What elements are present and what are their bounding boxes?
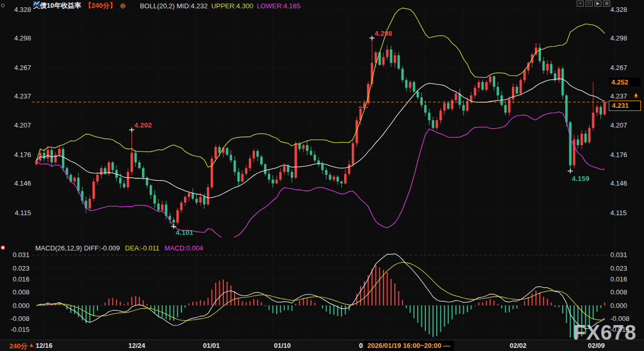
- macd-pane-marker-icon[interactable]: [1, 245, 5, 250]
- popout-tool-icon[interactable]: ⊞: [603, 1, 610, 7]
- y-axis-tick: 0.016: [12, 275, 30, 283]
- chart-toolbar: + □ ▶ ⊞: [577, 1, 610, 7]
- y-axis-tick: 0.008: [12, 288, 30, 296]
- y-axis-tick: 0.008: [610, 288, 627, 296]
- session-high-price-badge: 4.252: [609, 78, 641, 87]
- x-axis-label: 01/10: [274, 342, 291, 349]
- y-axis-tick: 4.207: [14, 121, 31, 129]
- y-axis-tick: 0.023: [610, 264, 627, 272]
- y-axis-tick: -0.015: [10, 326, 30, 333]
- chart-canvas[interactable]: 4.3284.3284.2984.2984.2674.2674.2374.237…: [0, 0, 644, 351]
- y-axis-tick: 4.328: [610, 6, 627, 13]
- y-axis-tick: 0.031: [12, 251, 30, 259]
- footer-interval-label[interactable]: 240分: [9, 342, 27, 351]
- instrument-title: 美债10年收益率: [33, 1, 81, 10]
- mini-chart-icon[interactable]: [130, 3, 136, 9]
- y-axis-tick: 4.237: [14, 92, 31, 100]
- y-axis-tick: 4.115: [610, 209, 627, 217]
- macd-dea-line: [36, 262, 605, 320]
- y-axis-tick: 4.176: [610, 151, 627, 159]
- x-axis-label: 02/09: [588, 342, 605, 349]
- price-annotation-high: 4.202: [134, 121, 152, 129]
- chart-window: 4.3284.3284.2984.2984.2674.2674.2374.237…: [0, 0, 644, 351]
- x-axis-label: 01/01: [203, 342, 220, 349]
- y-axis-tick: 4.298: [14, 34, 31, 42]
- y-axis-tick: 4.237: [610, 92, 627, 100]
- footer-up-arrow-icon[interactable]: ▲: [28, 342, 34, 348]
- x-axis-label: 02/02: [510, 342, 527, 349]
- price-annotation-low: 4.101: [176, 229, 193, 236]
- x-axis-label: 12/24: [128, 342, 146, 349]
- y-axis-tick: 0.000: [610, 302, 627, 310]
- crosshair-tool-icon[interactable]: +: [577, 1, 584, 7]
- y-axis-tick: 0.000: [12, 302, 30, 310]
- interval-tag: 【240分】: [84, 1, 116, 10]
- boll-upper-line: [36, 8, 605, 167]
- grid-layer: [32, 4, 616, 338]
- macd-diff-line: [36, 254, 605, 329]
- y-axis-tick: 0.023: [12, 264, 30, 272]
- price-annotation-low: 4.159: [572, 175, 590, 182]
- price-up-arrow-icon: ▲: [633, 92, 639, 97]
- y-axis-tick: 0.031: [610, 251, 627, 259]
- current-price-badge: 4.231: [609, 101, 641, 111]
- y-axis-tick: 4.115: [15, 209, 31, 217]
- macd-diff-label: MACD(26,12,9) DIFF:-0.009: [35, 244, 120, 252]
- macd-value-label: MACD:0.004: [165, 244, 203, 252]
- y-axis-tick: 4.328: [14, 6, 31, 13]
- y-axis-tick: 4.146: [14, 179, 31, 187]
- y-axis-tick: 4.176: [14, 151, 31, 159]
- zoom-area-tool-icon[interactable]: □: [585, 1, 593, 7]
- y-axis-tick: -0.008: [10, 315, 30, 322]
- y-axis-tick: 0.016: [610, 275, 627, 283]
- chart-header: 美债10年收益率 【240分】 ⊕ BOLL(20,2) MID:4.232 U…: [33, 1, 300, 10]
- tooltip-prefix: 0: [359, 342, 363, 349]
- macd-layer: [36, 254, 605, 341]
- y-axis-tick: 4.267: [14, 64, 31, 72]
- macd-header: MACD(26,12,9) DIFF:-0.009 DEA:-0.011 MAC…: [35, 244, 203, 252]
- boll-lower-label: LOWER:4.165: [257, 2, 300, 10]
- x-axis-label: 12/16: [36, 342, 53, 349]
- left-edge-ring-icon[interactable]: [1, 4, 5, 7]
- hover-time-tooltip: 2026/01/19 16:00~20:00 —: [364, 341, 454, 350]
- candles-layer: [35, 8, 606, 240]
- x-axis-bar: 240分 ▲ 12/1612/2401/0101/1002/0202/09 0 …: [0, 340, 644, 351]
- y-axis-tick: 4.207: [610, 121, 627, 129]
- playback-tool-icon[interactable]: ▶: [594, 1, 602, 7]
- y-axis-tick: 4.146: [610, 179, 627, 187]
- macd-dea-label: DEA:-0.011: [125, 244, 159, 252]
- boll-mid-label: BOLL(20,2) MID:4.232: [140, 2, 208, 10]
- y-axis-tick: 4.267: [610, 64, 627, 72]
- circle-plus-icon[interactable]: ⊕: [120, 2, 126, 10]
- y-axis-tick: 4.298: [610, 34, 627, 42]
- boll-upper-label: UPPER:4.300: [211, 2, 253, 10]
- price-annotation-high: 4.298: [375, 30, 392, 37]
